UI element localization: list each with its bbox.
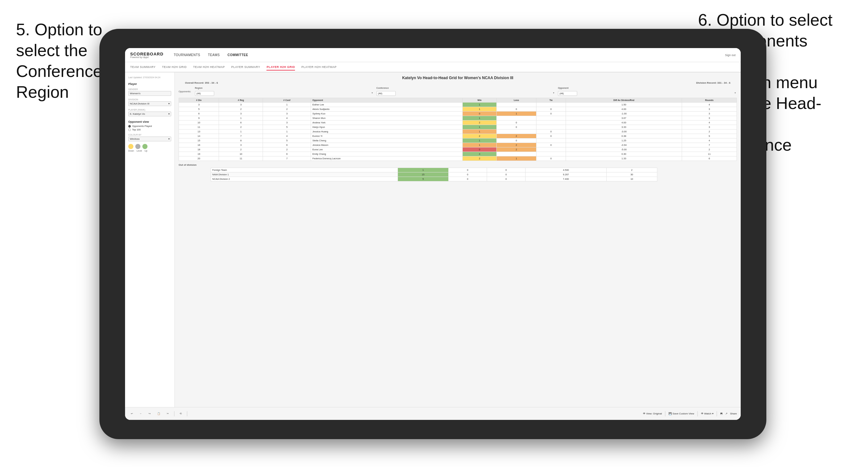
radio-top100[interactable]: Top 100 (128, 128, 171, 131)
out-of-division: Out of division Foreign Team1004.5002NAI… (179, 163, 737, 181)
table-cell: Jessica Huang (311, 129, 463, 134)
logo-text: SCOREBOARD (130, 52, 163, 56)
subnav-team-h2h-grid[interactable]: TEAM H2H GRID (162, 64, 187, 70)
ood-table-row: NAIA Division 115009.26730 (211, 173, 657, 177)
ood-table-cell: 0 (487, 168, 525, 173)
subnav-team-h2h-heatmap[interactable]: TEAM H2H HEATMAP (193, 64, 225, 70)
table-cell: 3.67 (566, 116, 682, 121)
region-select[interactable]: (All) (195, 91, 214, 96)
ood-table-cell: Foreign Team (211, 168, 398, 173)
subnav-player-summary[interactable]: PLAYER SUMMARY (231, 64, 260, 70)
toolbar-undo[interactable]: ↩ (129, 411, 135, 416)
table-cell: 1 (462, 107, 496, 112)
table-row: 1822Euna Lee02-5.002 (179, 148, 737, 152)
subnav-team-summary[interactable]: TEAM SUMMARY (130, 64, 156, 70)
toolbar-sep4 (698, 411, 698, 416)
table-cell: 1.33 (566, 156, 682, 161)
sign-out[interactable]: Sign out (725, 54, 736, 57)
table-cell: 2 (462, 121, 496, 125)
nav-committee[interactable]: COMMITTEE (227, 52, 248, 58)
table-cell: 4.00 (566, 121, 682, 125)
opponent-select[interactable]: (All) (558, 91, 577, 96)
table-cell (536, 152, 566, 156)
toolbar-export[interactable]: ↗ (725, 412, 727, 415)
opponent-dropdown-wrapper[interactable]: (All) ▾ (558, 90, 737, 96)
conference-dropdown-wrapper[interactable]: (All) ▾ (376, 90, 555, 96)
table-cell: 1 (462, 143, 496, 148)
table-cell: 4 (462, 152, 496, 156)
filter-row: Opponents: Region (All) ▾ Conference (179, 87, 737, 96)
table-cell: 13 (179, 129, 219, 134)
radio-dot-2 (128, 128, 131, 131)
th-win: Win (462, 98, 496, 102)
gender-dropdown[interactable]: Women's (128, 91, 171, 96)
table-cell: Heejo Hyun (311, 125, 463, 129)
table-cell: -5.00 (566, 148, 682, 152)
ood-table-cell: NAIA Division 1 (211, 173, 398, 177)
subnav-player-h2h-heatmap[interactable]: PLAYER H2H HEATMAP (302, 64, 337, 70)
table-cell: 18 (179, 148, 219, 152)
region-dropdown-wrapper[interactable]: (All) ▾ (195, 90, 374, 96)
main-table-body: 331Esther Lee11.504522Alexis Sudjianto10… (179, 102, 737, 161)
table-row: 1063Andrea York204.004 (179, 121, 737, 125)
table-cell: 3 (682, 116, 737, 121)
table-row: 1474Eunice Yi2200.389 (179, 134, 737, 138)
table-cell: 4 (682, 138, 737, 143)
toolbar-share[interactable]: Share (730, 412, 737, 415)
toolbar-watch[interactable]: 👁 Watch ▾ (701, 412, 713, 415)
table-cell: 2 (462, 156, 496, 161)
toolbar-cut[interactable]: ✂ (165, 411, 171, 416)
ood-table-cell: 15 (398, 173, 448, 177)
ood-table-cell: 1 (398, 168, 448, 173)
table-cell: 0 (497, 107, 536, 112)
report-title: Katelyn Vo Head-to-Head Grid for Women's… (179, 75, 737, 80)
nav-tournaments[interactable]: TOURNAMENTS (174, 52, 200, 58)
table-cell: 0 (536, 129, 566, 134)
table-cell: 0.38 (566, 134, 682, 138)
opponents-label: Opponents: (179, 90, 191, 93)
table-row: 331Esther Lee11.504 (179, 102, 737, 107)
table-cell: 1 (263, 102, 311, 107)
table-row: 1125Heejo Hyun103.333 (179, 125, 737, 129)
th-tie: Tie (536, 98, 566, 102)
opponent-dropdown-arrow: ▾ (735, 92, 736, 94)
table-cell: Eunice Yi (311, 134, 463, 138)
player-rank-label: Player (Rank) (128, 108, 171, 111)
toolbar-copy[interactable]: 📋 (155, 411, 162, 416)
table-cell (536, 125, 566, 129)
player-rank-dropdown[interactable]: 6. Katelyn Vo▾ (128, 112, 171, 116)
th-rounds: Rounds (682, 98, 737, 102)
table-cell: 0 (536, 156, 566, 161)
table-cell (536, 148, 566, 152)
colour-by-dropdown[interactable]: Win/loss▾ (128, 136, 171, 142)
th-loss: Loss (497, 98, 536, 102)
table-cell: 9 (179, 116, 219, 121)
radio-opponents-played[interactable]: Opponents Played (128, 125, 171, 128)
table-cell: 2 (263, 107, 311, 112)
toolbar-redo[interactable]: ↪ (147, 411, 153, 416)
table-cell: 3 (682, 112, 737, 116)
table-cell: 3 (219, 143, 263, 148)
table-cell: 0 (497, 138, 536, 143)
toolbar-view-original[interactable]: 👁 View: Original (643, 412, 662, 415)
ood-table-cell: 2 (606, 168, 657, 173)
radio-dot-1 (128, 125, 131, 128)
toolbar-save-custom[interactable]: 💾 Save Custom View (669, 412, 694, 415)
conference-select[interactable]: (All) (376, 91, 396, 96)
table-row: 20117Federica Domecq Lacroze2101.336 (179, 156, 737, 161)
tablet-screen: SCOREBOARD Powered by clippd TOURNAMENTS… (125, 48, 741, 420)
logo-sub: Powered by clippd (130, 56, 163, 58)
table-cell (497, 152, 536, 156)
subnav-player-h2h-grid[interactable]: PLAYER H2H GRID (267, 64, 295, 70)
division-dropdown[interactable]: NCAA Division III▾ (128, 101, 171, 106)
nav-teams[interactable]: TEAMS (208, 52, 220, 58)
content-area: Katelyn Vo Head-to-Head Grid for Women's… (175, 72, 741, 407)
toolbar-layout[interactable]: ⬒ (720, 412, 723, 415)
table-cell: 5 (179, 107, 219, 112)
table-cell: 3 (682, 125, 737, 129)
ood-table-cell: 0 (448, 168, 487, 173)
table-cell: Esther Lee (311, 102, 463, 107)
toolbar-back[interactable]: ← (137, 411, 144, 416)
region-dropdown-arrow: ▾ (372, 92, 373, 94)
toolbar-refresh[interactable]: ⟲ (178, 411, 184, 416)
